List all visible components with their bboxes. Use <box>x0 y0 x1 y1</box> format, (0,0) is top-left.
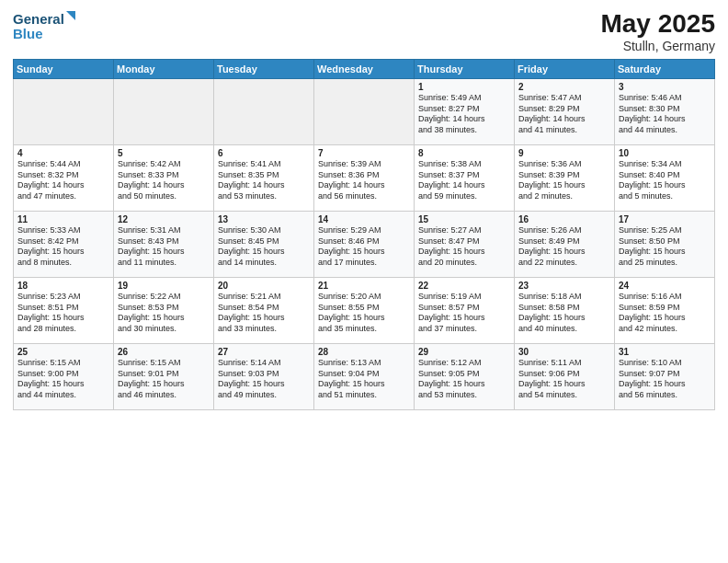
week-row-1: 1Sunrise: 5:49 AMSunset: 8:27 PMDaylight… <box>14 79 715 145</box>
title-block: May 2025 Stulln, Germany <box>600 9 715 53</box>
calendar-cell: 2Sunrise: 5:47 AMSunset: 8:29 PMDaylight… <box>515 79 615 145</box>
day-info-line: and 28 minutes. <box>17 324 109 335</box>
day-info-line: Daylight: 15 hours <box>218 313 310 324</box>
day-info-line: and 59 minutes. <box>418 191 510 202</box>
day-info-line: Daylight: 14 hours <box>619 114 711 125</box>
day-info-line: and 2 minutes. <box>518 191 610 202</box>
day-info-line: Sunset: 9:03 PM <box>218 369 310 380</box>
day-info-line: Sunrise: 5:10 AM <box>619 358 711 369</box>
weekday-header-friday: Friday <box>515 60 615 79</box>
day-info-line: and 46 minutes. <box>118 390 210 401</box>
day-number: 5 <box>118 148 210 158</box>
day-info-line: and 50 minutes. <box>118 191 210 202</box>
day-number: 20 <box>218 281 310 291</box>
day-info-line: Daylight: 15 hours <box>518 379 610 390</box>
weekday-header-sunday: Sunday <box>14 60 114 79</box>
day-info-line: Sunrise: 5:12 AM <box>418 358 510 369</box>
day-info-line: Daylight: 15 hours <box>118 247 210 258</box>
day-info-line: Sunset: 8:37 PM <box>418 170 510 181</box>
day-info-line: Sunset: 9:00 PM <box>17 369 109 380</box>
weekday-header-thursday: Thursday <box>415 60 515 79</box>
day-info-line: and 30 minutes. <box>118 324 210 335</box>
calendar-cell: 21Sunrise: 5:20 AMSunset: 8:55 PMDayligh… <box>314 278 415 344</box>
calendar-cell: 3Sunrise: 5:46 AMSunset: 8:30 PMDaylight… <box>615 79 715 145</box>
day-info-line: Daylight: 15 hours <box>218 247 310 258</box>
weekday-header-wednesday: Wednesday <box>314 60 415 79</box>
calendar-cell: 29Sunrise: 5:12 AMSunset: 9:05 PMDayligh… <box>415 344 515 410</box>
day-number: 19 <box>118 281 210 291</box>
calendar-cell: 16Sunrise: 5:26 AMSunset: 8:49 PMDayligh… <box>515 212 615 278</box>
day-number: 18 <box>17 281 109 291</box>
day-info-line: Sunset: 8:50 PM <box>619 236 711 247</box>
weekday-header-monday: Monday <box>114 60 214 79</box>
calendar-cell: 12Sunrise: 5:31 AMSunset: 8:43 PMDayligh… <box>114 212 214 278</box>
day-info-line: Sunset: 9:04 PM <box>318 369 410 380</box>
day-info-line: Daylight: 15 hours <box>318 379 410 390</box>
day-info-line: Daylight: 14 hours <box>418 114 510 125</box>
day-info-line: Daylight: 15 hours <box>418 379 510 390</box>
calendar-cell <box>114 79 214 145</box>
day-info-line: Sunset: 8:47 PM <box>418 236 510 247</box>
calendar-cell <box>14 79 114 145</box>
day-number: 28 <box>318 347 410 357</box>
day-info-line: and 35 minutes. <box>318 324 410 335</box>
calendar-cell: 20Sunrise: 5:21 AMSunset: 8:54 PMDayligh… <box>214 278 314 344</box>
day-number: 4 <box>17 148 109 158</box>
day-info-line: Sunset: 8:42 PM <box>17 236 109 247</box>
day-info-line: Daylight: 15 hours <box>418 313 510 324</box>
day-info-line: Sunrise: 5:26 AM <box>518 225 610 236</box>
weekday-header-saturday: Saturday <box>615 60 715 79</box>
day-info-line: Daylight: 15 hours <box>17 313 109 324</box>
day-info-line: Sunrise: 5:47 AM <box>518 93 610 104</box>
calendar-cell: 26Sunrise: 5:15 AMSunset: 9:01 PMDayligh… <box>114 344 214 410</box>
day-number: 16 <box>518 214 610 224</box>
day-info-line: and 56 minutes. <box>318 191 410 202</box>
calendar-cell: 30Sunrise: 5:11 AMSunset: 9:06 PMDayligh… <box>515 344 615 410</box>
day-info-line: Daylight: 15 hours <box>218 379 310 390</box>
calendar-cell: 19Sunrise: 5:22 AMSunset: 8:53 PMDayligh… <box>114 278 214 344</box>
day-info-line: Sunrise: 5:19 AM <box>418 292 510 303</box>
day-info-line: Sunset: 9:07 PM <box>619 369 711 380</box>
day-number: 17 <box>619 214 711 224</box>
day-info-line: Daylight: 14 hours <box>518 114 610 125</box>
day-info-line: Daylight: 14 hours <box>218 180 310 191</box>
svg-marker-2 <box>66 11 75 20</box>
day-info-line: Daylight: 15 hours <box>619 247 711 258</box>
svg-text:General: General <box>13 11 64 27</box>
calendar-cell: 4Sunrise: 5:44 AMSunset: 8:32 PMDaylight… <box>14 145 114 212</box>
day-info-line: Daylight: 14 hours <box>118 180 210 191</box>
day-info-line: Sunrise: 5:31 AM <box>118 225 210 236</box>
day-info-line: and 41 minutes. <box>518 125 610 136</box>
day-info-line: Sunset: 8:35 PM <box>218 170 310 181</box>
day-number: 22 <box>418 281 510 291</box>
calendar-cell <box>214 79 314 145</box>
calendar-page: General Blue May 2025 Stulln, Germany Su… <box>0 0 728 563</box>
calendar-cell <box>314 79 415 145</box>
calendar-cell: 28Sunrise: 5:13 AMSunset: 9:04 PMDayligh… <box>314 344 415 410</box>
calendar-cell: 18Sunrise: 5:23 AMSunset: 8:51 PMDayligh… <box>14 278 114 344</box>
calendar-cell: 11Sunrise: 5:33 AMSunset: 8:42 PMDayligh… <box>14 212 114 278</box>
day-info-line: Sunset: 8:27 PM <box>418 104 510 115</box>
day-number: 29 <box>418 347 510 357</box>
day-info-line: Daylight: 14 hours <box>318 180 410 191</box>
day-info-line: Daylight: 15 hours <box>619 180 711 191</box>
day-info-line: Sunset: 8:59 PM <box>619 303 711 314</box>
day-info-line: and 54 minutes. <box>518 390 610 401</box>
day-info-line: Sunset: 9:01 PM <box>118 369 210 380</box>
day-number: 2 <box>518 82 610 92</box>
day-info-line: Sunset: 9:06 PM <box>518 369 610 380</box>
calendar-cell: 7Sunrise: 5:39 AMSunset: 8:36 PMDaylight… <box>314 145 415 212</box>
calendar-cell: 25Sunrise: 5:15 AMSunset: 9:00 PMDayligh… <box>14 344 114 410</box>
day-info-line: Sunrise: 5:41 AM <box>218 159 310 170</box>
location: Stulln, Germany <box>600 39 715 53</box>
day-info-line: Sunset: 8:58 PM <box>518 303 610 314</box>
day-info-line: Sunrise: 5:14 AM <box>218 358 310 369</box>
day-info-line: Sunset: 8:49 PM <box>518 236 610 247</box>
weekday-header-row: SundayMondayTuesdayWednesdayThursdayFrid… <box>14 60 715 79</box>
day-info-line: Sunset: 8:55 PM <box>318 303 410 314</box>
calendar-cell: 31Sunrise: 5:10 AMSunset: 9:07 PMDayligh… <box>615 344 715 410</box>
calendar-cell: 9Sunrise: 5:36 AMSunset: 8:39 PMDaylight… <box>515 145 615 212</box>
logo: General Blue <box>13 9 77 46</box>
day-number: 8 <box>418 148 510 158</box>
day-info-line: Sunset: 8:46 PM <box>318 236 410 247</box>
